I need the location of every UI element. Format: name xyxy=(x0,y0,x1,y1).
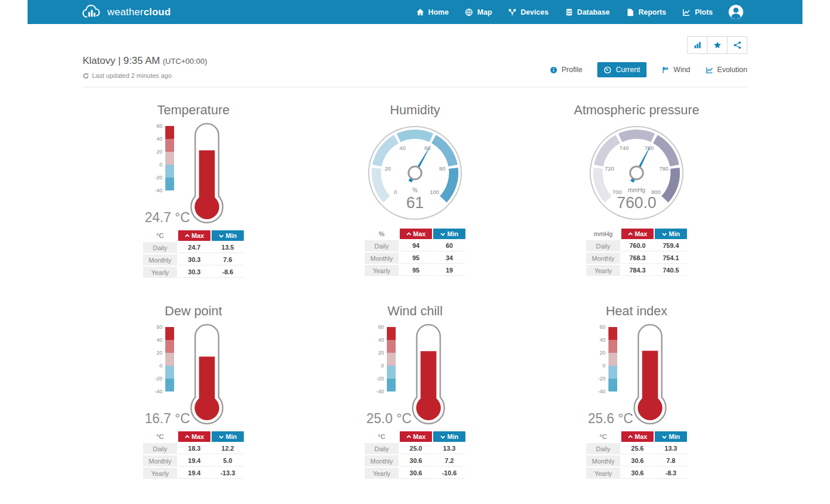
svg-text:25.0 °C: 25.0 °C xyxy=(366,411,411,426)
tab-wind[interactable]: Wind xyxy=(662,66,690,74)
table-row: Daily760.0759.4 xyxy=(586,240,687,251)
min-value: 13.3 xyxy=(433,443,465,454)
gauges-grid: Temperature 6040200-20-4024.7 °C °C Max … xyxy=(83,87,747,489)
nav-item-plots[interactable]: Plots xyxy=(682,8,713,16)
max-value: 30.6 xyxy=(400,455,432,466)
svg-text:0: 0 xyxy=(381,363,384,369)
svg-text:20: 20 xyxy=(378,350,384,356)
svg-text:%: % xyxy=(413,187,418,193)
panel-heat-index: Heat index 6040200-20-4025.6 °C °C Max M… xyxy=(526,288,747,480)
svg-text:40: 40 xyxy=(600,337,606,343)
svg-text:0: 0 xyxy=(159,363,162,369)
row-label: Daily xyxy=(586,443,620,454)
share-button[interactable] xyxy=(727,36,747,54)
panel-title: Wind chill xyxy=(304,304,526,319)
nav-item-reports[interactable]: Reports xyxy=(626,8,666,16)
row-label: Yearly xyxy=(365,265,399,276)
svg-text:-40: -40 xyxy=(376,389,384,394)
nav-item-home[interactable]: Home xyxy=(416,8,449,16)
svg-text:mmHg: mmHg xyxy=(628,187,645,193)
chevron-up-icon xyxy=(628,230,635,237)
brand-weather: weather xyxy=(107,6,144,18)
tab-evolution[interactable]: Evolution xyxy=(706,66,747,74)
tab-label: Profile xyxy=(562,66,582,74)
min-value: 5.0 xyxy=(212,455,244,466)
refresh-icon[interactable] xyxy=(83,73,89,79)
stats-table: % Max Min Daily9460Monthly9534Yearly9519 xyxy=(363,227,467,277)
max-value: 95 xyxy=(400,265,432,276)
stats-table: °C Max Min Daily18.312.2Monthly19.45.0Ye… xyxy=(142,430,245,480)
info-icon xyxy=(550,66,557,74)
min-header: Min xyxy=(433,431,465,442)
bar-chart-button[interactable] xyxy=(687,36,707,54)
database-icon xyxy=(565,8,573,16)
min-value: -13.3 xyxy=(212,468,244,479)
last-updated: Last updated 2 minutes ago xyxy=(83,72,207,79)
max-header: Max xyxy=(400,229,432,239)
svg-text:61: 61 xyxy=(406,194,424,212)
tab-profile[interactable]: Profile xyxy=(550,66,582,74)
svg-text:-20: -20 xyxy=(598,376,606,382)
row-label: Yearly xyxy=(586,468,620,479)
row-label: Monthly xyxy=(143,455,177,466)
station-timezone: (UTC+00:00) xyxy=(163,57,207,66)
gauge-icon xyxy=(604,66,611,74)
gauge: 6040200-20-4025.0 °C xyxy=(304,320,526,430)
min-value: 759.4 xyxy=(655,240,687,251)
min-header: Min xyxy=(655,229,687,239)
svg-text:24.7 °C: 24.7 °C xyxy=(145,210,190,225)
row-label: Monthly xyxy=(365,253,399,264)
chevron-down-icon xyxy=(662,230,669,237)
max-value: 25.6 xyxy=(621,443,654,454)
max-value: 19.4 xyxy=(178,468,210,479)
nav-item-map[interactable]: Map xyxy=(465,8,492,16)
panel-title: Heat index xyxy=(526,304,747,319)
max-header: Max xyxy=(178,431,210,442)
table-row: Yearly30.6-8.3 xyxy=(586,468,687,479)
min-value: 13.3 xyxy=(655,443,687,454)
svg-text:-40: -40 xyxy=(155,188,162,193)
tab-current[interactable]: Current xyxy=(597,62,647,77)
avatar[interactable] xyxy=(728,4,744,20)
brand-text: weathercloud xyxy=(107,6,171,18)
station-name-time: Klatovy | 9:35 AM xyxy=(83,55,160,66)
min-value: -10.6 xyxy=(433,468,465,479)
min-value: 754.1 xyxy=(655,253,687,264)
min-value: 7.6 xyxy=(212,254,244,265)
evolution-icon xyxy=(706,66,713,74)
nav-item-devices[interactable]: Devices xyxy=(508,8,548,16)
brand-logo[interactable]: weathercloud xyxy=(80,4,171,20)
min-value: 7.8 xyxy=(655,455,687,466)
panel-title: Temperature xyxy=(83,103,304,118)
row-label: Yearly xyxy=(143,267,177,278)
max-value: 94 xyxy=(400,240,432,251)
navbar: weathercloud Home Map Devices Database R… xyxy=(28,0,802,24)
svg-text:-20: -20 xyxy=(376,376,384,382)
max-value: 95 xyxy=(400,253,432,264)
reports-icon xyxy=(626,8,634,16)
star-button[interactable] xyxy=(707,36,727,54)
max-value: 784.3 xyxy=(621,265,654,276)
bar-chart-icon xyxy=(693,41,702,49)
tab-label: Wind xyxy=(673,66,690,74)
table-row: Monthly9534 xyxy=(365,253,465,264)
unit-label: °C xyxy=(586,431,620,442)
weathercloud-logo-icon xyxy=(80,4,103,20)
max-value: 30.3 xyxy=(178,254,210,265)
tab-label: Evolution xyxy=(717,66,747,74)
nav-item-label: Database xyxy=(577,8,610,16)
nav-item-label: Devices xyxy=(521,8,548,16)
unit-label: % xyxy=(365,229,399,239)
panel-dew-point: Dew point 6040200-20-4016.7 °C °C Max Mi… xyxy=(83,288,304,480)
min-value: 740.5 xyxy=(655,265,687,276)
windsock-icon xyxy=(662,66,669,74)
row-label: Yearly xyxy=(143,468,177,479)
nav-item-database[interactable]: Database xyxy=(565,8,610,16)
table-row: Monthly30.67.2 xyxy=(365,455,465,466)
svg-text:780: 780 xyxy=(659,165,668,172)
svg-text:-40: -40 xyxy=(155,389,162,394)
min-header: Min xyxy=(212,230,244,241)
svg-text:40: 40 xyxy=(157,136,162,142)
gauge: 6040200-20-4024.7 °C xyxy=(83,119,304,229)
min-value: 13.5 xyxy=(212,242,244,253)
